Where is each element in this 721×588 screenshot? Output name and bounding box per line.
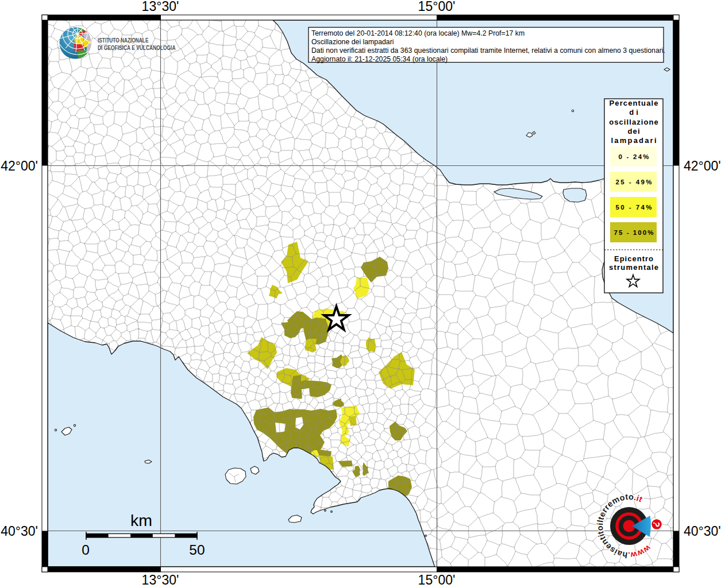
svg-text:Dati non verificati estratti d: Dati non verificati estratti da 363 ques… — [311, 47, 665, 55]
svg-text:40°30': 40°30' — [684, 524, 721, 539]
svg-text:km: km — [130, 511, 152, 529]
svg-text:lampadari: lampadari — [611, 136, 657, 145]
svg-text:13°30': 13°30' — [142, 0, 179, 14]
svg-text:13°30': 13°30' — [142, 572, 179, 587]
svg-text:0 - 24%: 0 - 24% — [619, 153, 649, 160]
svg-text:ISTITUTO NAZIONALE: ISTITUTO NAZIONALE — [98, 37, 149, 44]
svg-text:25 - 49%: 25 - 49% — [616, 179, 652, 185]
svg-text:50 - 74%: 50 - 74% — [616, 204, 652, 211]
svg-text:Percentuale: Percentuale — [610, 99, 658, 107]
svg-text:15°00': 15°00' — [418, 572, 456, 587]
svg-text:Aggiornato il: 21-12-2025 05:3: Aggiornato il: 21-12-2025 05:34 (ora loc… — [311, 55, 448, 63]
svg-text:15°00': 15°00' — [418, 0, 456, 14]
svg-text:dei: dei — [628, 127, 640, 136]
svg-text:oscillazione: oscillazione — [609, 118, 658, 126]
svg-text:Oscillazione dei lampadari: Oscillazione dei lampadari — [311, 38, 394, 46]
svg-text:Terremoto del 20-01-2014 08:12: Terremoto del 20-01-2014 08:12:40 (ora l… — [311, 29, 525, 37]
svg-text:DI GEOFISICA E VULCANOLOGIA: DI GEOFISICA E VULCANOLOGIA — [98, 44, 176, 51]
svg-text:di: di — [629, 108, 638, 117]
svg-text:42°00': 42°00' — [1, 158, 38, 173]
svg-text:50: 50 — [189, 542, 205, 558]
svg-text:42°00': 42°00' — [684, 158, 721, 173]
svg-text:75 - 100%: 75 - 100% — [614, 229, 654, 236]
svg-text:Epicentro: Epicentro — [614, 254, 653, 263]
svg-text:40°30': 40°30' — [1, 524, 38, 539]
svg-text:0: 0 — [82, 542, 90, 558]
